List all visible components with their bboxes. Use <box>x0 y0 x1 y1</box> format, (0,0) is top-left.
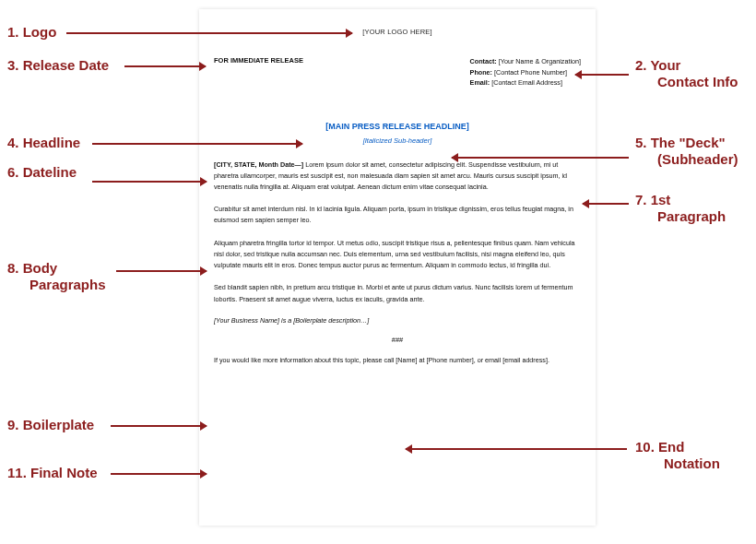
contact-info-block: Contact: [Your Name & Organization] Phon… <box>470 56 581 89</box>
annotation-first-para-line1: 7. 1st <box>635 192 670 209</box>
annotation-end-line1: 10. End <box>635 439 684 456</box>
annotation-body-line1: 8. Body <box>7 260 57 278</box>
arrow-icon <box>116 270 207 272</box>
annotation-boilerplate: 9. Boilerplate <box>7 417 94 434</box>
contact-line: Contact: [Your Name & Organization] <box>470 56 581 67</box>
arrow-icon <box>92 143 302 145</box>
email-line: Email: [Contact Email Address] <box>470 77 581 89</box>
contact-label: Contact: <box>470 57 497 65</box>
header-row: FOR IMMEDIATE RELEASE Contact: [Your Nam… <box>214 56 581 89</box>
headline: [MAIN PRESS RELEASE HEADLINE] <box>214 122 581 131</box>
annotation-body-line2: Paragraphs <box>30 277 106 294</box>
email-label: Email: <box>470 78 490 87</box>
annotation-release-date: 3. Release Date <box>7 57 109 75</box>
body-paragraph-4: Sed blandit sapien nibh, in pretium arcu… <box>214 282 581 304</box>
annotation-logo: 1. Logo <box>7 24 56 41</box>
arrow-icon <box>406 448 627 450</box>
phone-label: Phone: <box>470 68 492 77</box>
final-note: If you would like more information about… <box>214 355 581 366</box>
boilerplate: [Your Business Name] is a [Boilerplate d… <box>214 316 581 325</box>
body-paragraph-2: Curabitur sit amet interdum nisl. In id … <box>214 204 581 226</box>
arrow-icon <box>111 425 207 427</box>
dateline: [CITY, STATE, Month Date—] <box>214 160 303 169</box>
arrow-icon <box>452 157 629 159</box>
annotation-dateline: 6. Dateline <box>7 164 77 182</box>
arrow-icon <box>583 203 629 205</box>
end-notation: ### <box>214 336 581 344</box>
annotation-headline: 4. Headline <box>7 135 80 152</box>
annotation-deck-line2: (Subheader) <box>657 151 738 169</box>
annotation-first-para-line2: Paragraph <box>657 208 726 226</box>
arrow-icon <box>66 32 352 34</box>
phone-value: [Contact Phone Number] <box>494 68 567 77</box>
annotation-deck-line1: 5. The "Deck" <box>635 135 726 152</box>
arrow-icon <box>124 65 206 67</box>
contact-value: [Your Name & Organization] <box>499 57 581 65</box>
first-paragraph: [CITY, STATE, Month Date—] Lorem ipsum d… <box>214 160 581 194</box>
email-value: [Contact Email Address] <box>491 78 562 87</box>
arrow-icon <box>111 473 207 475</box>
annotation-end-line2: Notation <box>664 455 720 473</box>
annotation-contact-line2: Contact Info <box>657 74 738 91</box>
phone-line: Phone: [Contact Phone Number] <box>470 67 581 78</box>
arrow-icon <box>575 74 629 76</box>
body-paragraph-3: Aliquam pharetra fringilla tortor id tem… <box>214 238 581 272</box>
annotation-contact-line1: 2. Your <box>635 57 680 75</box>
release-date-label: FOR IMMEDIATE RELEASE <box>214 56 303 89</box>
annotation-final-note: 11. Final Note <box>7 465 98 482</box>
arrow-icon <box>92 181 207 183</box>
